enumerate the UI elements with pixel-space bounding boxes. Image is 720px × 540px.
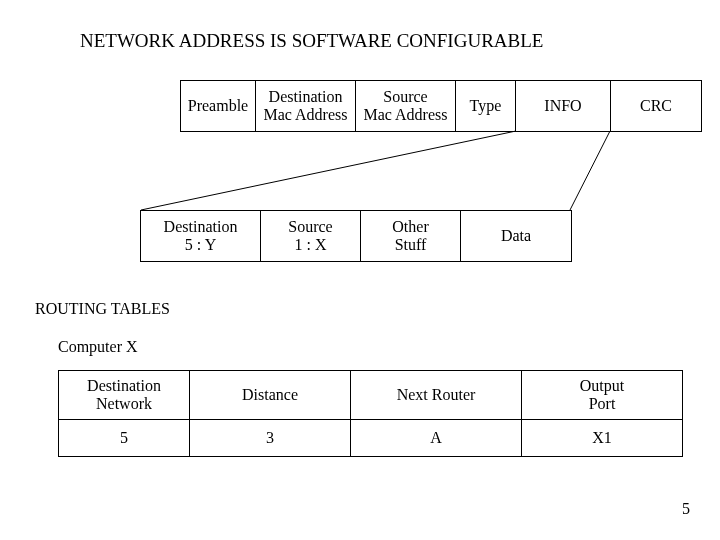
col-distance: Distance (190, 371, 351, 420)
lbl: Destination (269, 88, 343, 106)
cell-src-mac: Source Mac Address (356, 81, 456, 131)
cell-dest-mac: Destination Mac Address (256, 81, 356, 131)
col-dest: Destination Network (59, 371, 190, 420)
cell-dest: Destination 5 : Y (141, 211, 261, 261)
lbl: Data (501, 227, 531, 245)
routing-computer-label: Computer X (58, 338, 138, 356)
lbl: INFO (544, 97, 581, 115)
lbl: Stuff (395, 236, 427, 254)
routing-table: Destination Network Distance Next Router… (58, 370, 683, 457)
cell-crc: CRC (611, 81, 701, 131)
cell-other: Other Stuff (361, 211, 461, 261)
cell-dest: 5 (59, 420, 190, 457)
lbl: CRC (640, 97, 672, 115)
lbl: Mac Address (264, 106, 348, 124)
routing-section-title: ROUTING TABLES (35, 300, 170, 318)
cell-out: X1 (522, 420, 683, 457)
info-expanded-frame: Destination 5 : Y Source 1 : X Other Stu… (140, 210, 572, 262)
cell-next: A (351, 420, 522, 457)
cell-preamble: Preamble (181, 81, 256, 131)
page-number: 5 (682, 500, 690, 518)
lbl: 5 : Y (185, 236, 216, 254)
cell-type: Type (456, 81, 516, 131)
page-title: NETWORK ADDRESS IS SOFTWARE CONFIGURABLE (80, 30, 543, 52)
cell-distance: 3 (190, 420, 351, 457)
cell-src: Source 1 : X (261, 211, 361, 261)
lbl: Preamble (188, 97, 248, 115)
table-row: 5 3 A X1 (59, 420, 683, 457)
lbl: Other (392, 218, 428, 236)
lbl: Destination (164, 218, 238, 236)
lbl: Port (522, 395, 682, 413)
svg-line-1 (570, 131, 610, 210)
lbl: Output (522, 377, 682, 395)
col-next: Next Router (351, 371, 522, 420)
lbl: Destination (59, 377, 189, 395)
lbl: Type (470, 97, 502, 115)
lbl: Source (383, 88, 427, 106)
lbl: Source (288, 218, 332, 236)
lbl: Mac Address (364, 106, 448, 124)
svg-line-0 (141, 131, 516, 210)
lbl: 1 : X (295, 236, 327, 254)
cell-info: INFO (516, 81, 611, 131)
lbl: Network (59, 395, 189, 413)
cell-data: Data (461, 211, 571, 261)
ethernet-frame: Preamble Destination Mac Address Source … (180, 80, 702, 132)
col-out: Output Port (522, 371, 683, 420)
table-header-row: Destination Network Distance Next Router… (59, 371, 683, 420)
